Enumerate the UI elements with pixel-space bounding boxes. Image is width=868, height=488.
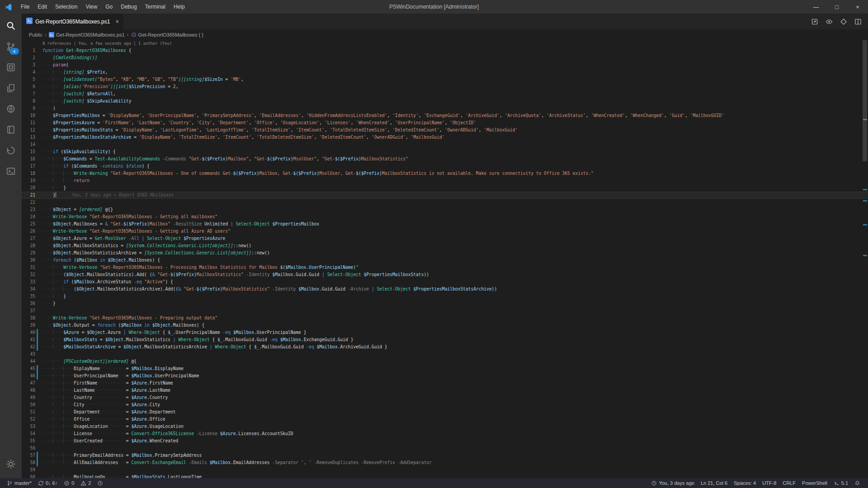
code-line[interactable]: 14 <box>22 141 868 148</box>
code-line[interactable]: 18············Write-Warning "Get-ReportO… <box>22 170 868 177</box>
editor-group-icon[interactable] <box>0 57 22 78</box>
status-blame-info[interactable]: You, 3 days ago <box>648 478 698 488</box>
code-line[interactable]: 15····if ($SkipAvailability) { <box>22 148 868 155</box>
status-git-sync[interactable]: 0↓ 6↑ <box>35 478 61 488</box>
code-line[interactable]: 59 <box>22 466 868 474</box>
maximize-button[interactable]: □ <box>826 0 847 14</box>
status-problems-warnings[interactable]: 2 <box>77 478 94 488</box>
code-line[interactable]: 6········[alias('Precision')][int]$SizeP… <box>22 83 868 90</box>
breadcrumb-item[interactable]: Public <box>29 32 42 38</box>
code-line[interactable]: 48············LastName············= $Azu… <box>22 387 868 394</box>
breadcrumb-item[interactable]: Get-ReportO365Mailboxes.ps1 <box>49 32 125 38</box>
code-line[interactable]: 39····$Object.Output = foreach ($Mailbox… <box>22 322 868 329</box>
tab-get-reporto365mailboxes[interactable]: Get-ReportO365Mailboxes.ps1 × <box>22 14 123 29</box>
code-line[interactable]: 58············AllEmailAddresses···= Conv… <box>22 459 868 466</box>
code-line[interactable]: 55············UserCreated·········= $Azu… <box>22 437 868 445</box>
code-line[interactable]: 4········[string] $Prefix, <box>22 69 868 76</box>
status-git-branch[interactable]: master* <box>4 478 35 488</box>
open-changes-icon[interactable] <box>811 18 818 25</box>
code-line[interactable]: 52············Office··············= $Azu… <box>22 416 868 423</box>
status-gitlens-clock[interactable] <box>94 478 106 488</box>
code-line[interactable]: 31········Write-Verbose "Get-ReportO365M… <box>22 264 868 271</box>
gitlens-icon[interactable] <box>840 18 847 25</box>
close-button[interactable]: × <box>847 0 868 14</box>
code-line[interactable]: 24····Write-Verbose "Get-ReportO365Mailb… <box>22 213 868 221</box>
status-eol[interactable]: CRLF <box>779 478 799 488</box>
code-line[interactable]: 27····$Object.Azure = Get-MsolUser -All … <box>22 235 868 242</box>
terminal-icon[interactable] <box>0 161 22 182</box>
code-line[interactable]: 29····$Object.MailboxStatisticsArchive =… <box>22 249 868 257</box>
menu-file[interactable]: File <box>17 0 33 14</box>
code-line[interactable]: 7········[switch] $ReturnAll, <box>22 90 868 98</box>
code-line[interactable]: 13····$PropertiesMailboxStatsArchive = '… <box>22 134 868 141</box>
code-line[interactable]: 56 <box>22 445 868 452</box>
code-line[interactable]: 49············Country·············= $Azu… <box>22 394 868 401</box>
code-line[interactable]: 17········if ($Commands -contains $false… <box>22 163 868 170</box>
code-line[interactable]: 23····$Object = [ordered] @{} <box>22 206 868 213</box>
code-line[interactable]: 40········$Azure = $Object.Azure | Where… <box>22 329 868 336</box>
code-line[interactable]: 9····) <box>22 105 868 112</box>
code-line[interactable]: 57············PrimaryEmailAddress·= $Mai… <box>22 452 868 459</box>
code-line[interactable]: 11····$PropertiesAzure = 'FirstName', 'L… <box>22 119 868 127</box>
code-line[interactable]: 3····param( <box>22 61 868 69</box>
code-line[interactable]: 21····} You, 3 days ago • Report O365 Ma… <box>22 192 868 199</box>
code-line[interactable]: 51············Department··········= $Azu… <box>22 408 868 416</box>
code-line[interactable]: 33········if ($Mailbox.ArchiveStatus -eq… <box>22 278 868 286</box>
code-line[interactable]: 5········[validateset("Bytes", "KB", "MB… <box>22 76 868 83</box>
code-line[interactable]: 32········($Object.MailboxStatistics).Ad… <box>22 271 868 278</box>
code-line[interactable]: 43 <box>22 351 868 358</box>
code-line[interactable]: 36····} <box>22 300 868 307</box>
menu-selection[interactable]: Selection <box>51 0 81 14</box>
code-line[interactable]: 12····$PropertiesMailboxStats = 'Display… <box>22 127 868 134</box>
code-line[interactable]: 16········$Commands = Test-AvailabilityC… <box>22 155 868 163</box>
code-line[interactable]: 60············MailboxLogOn········= $Mai… <box>22 474 868 478</box>
code-line[interactable]: 42········$MailboxStatsArchive = $Object… <box>22 343 868 351</box>
status-problems-errors[interactable]: 0 <box>61 478 77 488</box>
scrollbar-thumb[interactable] <box>863 40 867 161</box>
menu-edit[interactable]: Edit <box>33 0 51 14</box>
code-line[interactable]: 26····Write-Verbose "Get-ReportO365Mailb… <box>22 228 868 235</box>
breadcrumb-item[interactable]: Get-ReportO365Mailboxes { } <box>131 32 203 38</box>
code-line[interactable]: 50············City················= $Azu… <box>22 401 868 408</box>
code-line[interactable]: 45············DiplayName··········= $Mai… <box>22 365 868 372</box>
status-indentation[interactable]: Spaces: 4 <box>731 478 759 488</box>
source-control-icon[interactable]: 4 <box>0 36 22 57</box>
status-cursor-position[interactable]: Ln 21, Col 6 <box>698 478 731 488</box>
code-line[interactable]: 38····Write-Verbose "Get-ReportO365Mailb… <box>22 314 868 322</box>
code-line[interactable]: 25····$Object.Mailboxes = & "Get-$($Pref… <box>22 221 868 228</box>
toggle-file-blame-icon[interactable] <box>826 18 833 25</box>
status-powershell-version[interactable]: 5.1 <box>830 478 851 488</box>
files-icon[interactable] <box>0 78 22 99</box>
code-line[interactable]: 20········} <box>22 184 868 192</box>
menu-debug[interactable]: Debug <box>117 0 141 14</box>
gear-icon[interactable] <box>0 454 22 474</box>
code-line[interactable]: 35········} <box>22 293 868 300</box>
status-encoding[interactable]: UTF-8 <box>759 478 779 488</box>
book-icon[interactable] <box>0 119 22 140</box>
code-line[interactable]: 28····$Object.MailboxStatistics = [Syste… <box>22 242 868 249</box>
split-editor-icon[interactable] <box>854 18 862 25</box>
tab-close-icon[interactable]: × <box>115 18 119 25</box>
code-line[interactable]: 22 <box>22 199 868 206</box>
code-line[interactable]: 44········[PSCustomObject][ordered] @{ <box>22 358 868 365</box>
history-icon[interactable] <box>0 140 22 161</box>
code-line[interactable]: 30····foreach ($Mailbox in $Object.Mailb… <box>22 257 868 264</box>
code-line[interactable]: 1function Get-ReportO365Mailboxes { <box>22 47 868 54</box>
code-line[interactable]: 37 <box>22 307 868 314</box>
code-line[interactable]: 10····$PropertiesMailbox = 'DisplayName'… <box>22 112 868 119</box>
minimize-button[interactable]: — <box>806 0 826 14</box>
status-language-mode[interactable]: PowerShell <box>799 478 830 488</box>
code-line[interactable]: 8········[switch] $SkipAvailability <box>22 98 868 105</box>
code-line[interactable]: 54············License·············= Conv… <box>22 430 868 437</box>
code-line[interactable]: 47············FirstName···········= $Azu… <box>22 380 868 387</box>
menu-go[interactable]: Go <box>101 0 117 14</box>
status-notifications[interactable] <box>851 478 863 488</box>
code-line[interactable]: 46············UserPrincipalName···= $Mai… <box>22 372 868 380</box>
search-icon[interactable] <box>0 15 22 36</box>
globe-icon[interactable] <box>0 99 22 119</box>
code-line[interactable]: 2····[CmdletBinding()] <box>22 54 868 61</box>
codelens-references[interactable]: 0 references | You, a few seconds ago | … <box>42 40 868 47</box>
code-line[interactable]: 19············return <box>22 177 868 184</box>
code-line[interactable]: 34············($Object.MailboxStatistics… <box>22 286 868 293</box>
code-line[interactable]: 41········$MailboxStats = $Object.Mailbo… <box>22 336 868 343</box>
